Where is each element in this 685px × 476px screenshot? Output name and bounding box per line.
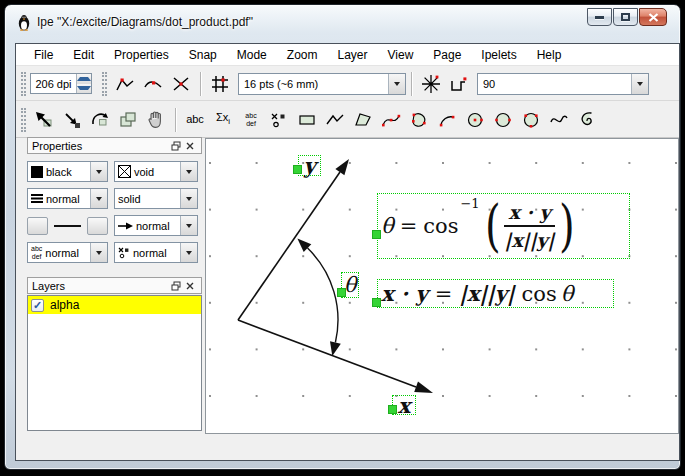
pan-tool-button[interactable] <box>142 106 170 134</box>
spin-down-icon[interactable] <box>77 84 91 94</box>
spinner-buttons[interactable] <box>76 74 91 93</box>
spline-tool-icon <box>380 109 402 131</box>
toolbar-drag-handle[interactable] <box>102 72 107 96</box>
menu-layer[interactable]: Layer <box>327 45 377 65</box>
snap-auto-angle-button[interactable] <box>445 70 473 98</box>
splinegon-tool-button[interactable] <box>405 106 433 134</box>
float-panel-button[interactable] <box>169 279 183 292</box>
properties-panel-titlebar[interactable]: Properties <box>27 137 202 154</box>
polygon-tool-button[interactable] <box>349 106 377 134</box>
toolbar-separator <box>200 72 201 96</box>
snap-angle-button[interactable] <box>417 70 445 98</box>
dash-style-combobox[interactable]: solid <box>114 188 198 209</box>
ink-tool-icon <box>576 109 598 131</box>
properties-panel-title: Properties <box>32 140 169 152</box>
drawing-canvas[interactable]: y θ x θ=cos−1 ( x · y |x||y| <box>206 139 678 433</box>
pen-width-icon <box>31 193 43 204</box>
arrow-style-combobox[interactable]: normal <box>114 215 198 236</box>
snap-vertex-button[interactable] <box>111 70 139 98</box>
spin-up-icon[interactable] <box>77 74 91 84</box>
menu-zoom[interactable]: Zoom <box>277 45 328 65</box>
fill-style-combobox[interactable]: void <box>114 161 198 182</box>
selection-handle[interactable] <box>372 298 381 307</box>
selection-handle[interactable] <box>388 405 397 414</box>
snap-intersection-button[interactable] <box>167 70 195 98</box>
text-style-combobox[interactable]: abcdefnormal <box>27 242 108 263</box>
forward-arrow-toggle-button[interactable] <box>87 217 108 235</box>
menu-file[interactable]: File <box>24 45 63 65</box>
circle-two-points-tool-button[interactable] <box>489 106 517 134</box>
selection-handle[interactable] <box>293 165 302 174</box>
dropdown-button[interactable] <box>388 74 405 94</box>
toolbar-separator <box>175 108 176 132</box>
circle-center-tool-button[interactable] <box>461 106 489 134</box>
grid-resolution-spinbox[interactable]: 206 dpi <box>30 73 92 94</box>
stretch-tool-button[interactable] <box>114 106 142 134</box>
menu-view[interactable]: View <box>378 45 424 65</box>
maximize-icon <box>621 13 630 21</box>
circle-center-tool-icon <box>464 109 486 131</box>
close-button[interactable] <box>639 8 667 26</box>
formula-theta-acos[interactable]: θ=cos−1 ( x · y |x||y| ) <box>377 193 630 259</box>
float-panel-button[interactable] <box>169 139 183 152</box>
reverse-arrow-toggle-button[interactable] <box>27 217 48 235</box>
rotate-tool-button[interactable] <box>86 106 114 134</box>
select-tool-button[interactable] <box>30 106 58 134</box>
selection-handle[interactable] <box>372 230 381 239</box>
paragraph-tool-button[interactable]: abcdef <box>237 106 265 134</box>
toolbar-drag-handle[interactable] <box>21 72 26 96</box>
arrow-style-value: normal <box>136 220 170 232</box>
float-icon <box>171 281 181 291</box>
layer-name: alpha <box>50 298 79 312</box>
layers-panel-titlebar[interactable]: Layers <box>27 277 202 294</box>
angle-combobox[interactable]: 90 <box>477 73 649 95</box>
pen-width-combobox[interactable]: normal <box>27 188 108 209</box>
layer-row-alpha[interactable]: ✓ alpha <box>28 296 201 314</box>
menu-page[interactable]: Page <box>423 45 471 65</box>
stroke-color-combobox[interactable]: black <box>27 161 108 182</box>
chevron-down-icon <box>96 197 102 201</box>
pen-width-value: normal <box>46 193 80 205</box>
math-tool-button[interactable]: Σxi <box>209 106 237 134</box>
properties-panel: Properties black <box>27 137 202 266</box>
snap-boundary-button[interactable] <box>139 70 167 98</box>
title-bar[interactable]: Ipe "X:/excite/Diagrams/dot_product.pdf" <box>5 5 680 39</box>
close-icon <box>186 282 194 290</box>
selection-handle[interactable] <box>337 288 346 297</box>
marks-tool-icon <box>268 109 290 131</box>
ink-tool-button[interactable] <box>573 106 601 134</box>
maximize-button[interactable] <box>613 8 638 26</box>
toolbar-drag-handle[interactable] <box>21 108 26 132</box>
chevron-down-icon <box>186 170 192 174</box>
circle-three-points-tool-icon <box>520 109 542 131</box>
marks-tool-button[interactable] <box>265 106 293 134</box>
curve-tool-button[interactable] <box>545 106 573 134</box>
polyline-tool-button[interactable] <box>321 106 349 134</box>
menu-help[interactable]: Help <box>527 45 572 65</box>
close-panel-button[interactable] <box>183 279 197 292</box>
chevron-down-icon <box>186 251 192 255</box>
fill-style-value: void <box>134 166 154 178</box>
label-tool-button[interactable]: abc <box>181 106 209 134</box>
spline-tool-button[interactable] <box>377 106 405 134</box>
menu-ipelets[interactable]: Ipelets <box>471 45 526 65</box>
menu-edit[interactable]: Edit <box>63 45 104 65</box>
snap-intersection-icon <box>170 73 192 95</box>
minimize-button[interactable] <box>587 8 612 26</box>
rectangle-tool-button[interactable] <box>293 106 321 134</box>
translate-tool-button[interactable] <box>58 106 86 134</box>
snap-grid-button[interactable] <box>206 70 234 98</box>
arc-tool-button[interactable] <box>433 106 461 134</box>
layer-visibility-checkbox[interactable]: ✓ <box>31 299 44 312</box>
dropdown-button[interactable] <box>631 74 648 94</box>
chevron-down-icon <box>186 197 192 201</box>
close-panel-button[interactable] <box>183 139 197 152</box>
menu-snap[interactable]: Snap <box>179 45 227 65</box>
circle-three-points-tool-button[interactable] <box>517 106 545 134</box>
menu-properties[interactable]: Properties <box>104 45 179 65</box>
formula-dot-product[interactable]: x · y = |x||y| cos θ <box>377 279 614 308</box>
grid-size-combobox[interactable]: 16 pts (~6 mm) <box>238 73 406 95</box>
menu-mode[interactable]: Mode <box>227 45 277 65</box>
mark-shape-combobox[interactable]: normal <box>114 242 198 263</box>
polyline-tool-icon <box>324 109 346 131</box>
